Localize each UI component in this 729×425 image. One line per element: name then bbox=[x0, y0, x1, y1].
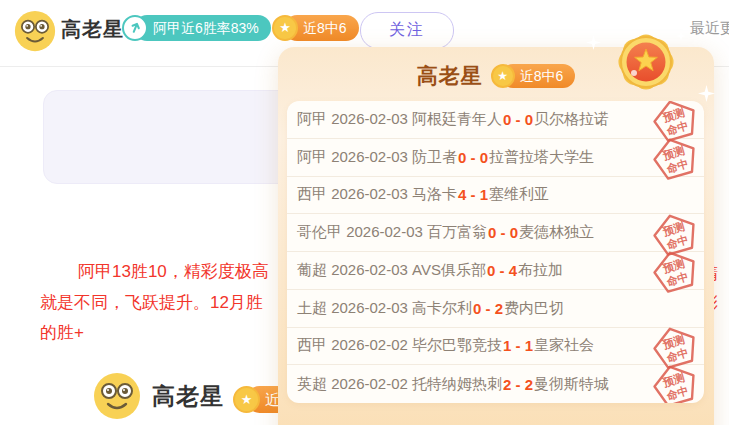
away-team: 曼彻斯特城 bbox=[534, 375, 609, 394]
match-row: 西甲 2026-02-03 马洛卡4 - 1塞维利亚 预测 命中 bbox=[287, 177, 704, 215]
away-team: 费内巴切 bbox=[504, 299, 564, 318]
away-team: 贝尔格拉诺 bbox=[534, 110, 609, 129]
match-row: 阿甲 2026-02-03 阿根廷青年人0 - 0贝尔格拉诺 预测 命中 bbox=[287, 101, 704, 139]
match-row: 哥伦甲 2026-02-03 百万富翁0 - 0麦德林独立 预测 命中 bbox=[287, 214, 704, 252]
username[interactable]: 高老星 bbox=[152, 381, 224, 412]
star-icon: ★ bbox=[233, 386, 260, 413]
recent-update-label: 最近更新 bbox=[690, 19, 729, 38]
away-team: 塞维利亚 bbox=[489, 185, 549, 204]
match-row: 土超 2026-02-03 高卡尔利0 - 2费内巴切 预测 命中 bbox=[287, 290, 704, 328]
match-info: 哥伦甲 2026-02-03 百万富翁 bbox=[297, 223, 487, 242]
star-icon: ★ bbox=[491, 64, 515, 88]
match-info: 葡超 2026-02-03 AVS俱乐部 bbox=[297, 261, 486, 280]
star-icon: ★ bbox=[272, 15, 298, 41]
follow-button[interactable]: 关注 bbox=[360, 12, 454, 49]
match-row: 英超 2026-02-02 托特纳姆热刺2 - 2曼彻斯特城 预测 命中 bbox=[287, 365, 704, 403]
match-score: 2 - 2 bbox=[503, 376, 533, 393]
match-score: 0 - 0 bbox=[503, 111, 533, 128]
streak-badge: ★ 近8中6 bbox=[491, 64, 576, 89]
user-avatar[interactable] bbox=[93, 372, 141, 420]
match-score: 0 - 0 bbox=[488, 224, 518, 241]
match-info: 西甲 2026-02-03 马洛卡 bbox=[297, 185, 457, 204]
match-info: 阿甲 2026-02-03 阿根廷青年人 bbox=[297, 110, 502, 129]
match-info: 英超 2026-02-02 托特纳姆热刺 bbox=[297, 375, 502, 394]
match-score: 1 - 1 bbox=[503, 337, 533, 354]
match-score: 0 - 4 bbox=[487, 262, 517, 279]
medal-icon bbox=[610, 26, 682, 98]
match-row: 葡超 2026-02-03 AVS俱乐部0 - 4布拉加 预测 命中 bbox=[287, 252, 704, 290]
streak-badge: ★ 近8中6 bbox=[272, 14, 359, 41]
win-rate-badge: 阿甲近6胜率83% bbox=[122, 14, 271, 41]
away-team: 拉普拉塔大学生 bbox=[489, 148, 594, 167]
away-team: 麦德林独立 bbox=[519, 223, 594, 242]
up-arrow-icon bbox=[122, 15, 148, 41]
username[interactable]: 高老星 bbox=[61, 16, 124, 43]
match-info: 西甲 2026-02-02 毕尔巴鄂竞技 bbox=[297, 336, 502, 355]
sparkle-icon bbox=[698, 85, 715, 102]
match-score: 0 - 2 bbox=[473, 300, 503, 317]
user-avatar[interactable] bbox=[14, 10, 56, 52]
away-team: 皇家社会 bbox=[534, 336, 594, 355]
away-team: 布拉加 bbox=[518, 261, 563, 280]
win-rate-label: 阿甲近6胜率83% bbox=[134, 15, 271, 41]
popup-username: 高老星 bbox=[417, 62, 483, 90]
sparkle-icon bbox=[586, 35, 601, 50]
prediction-popup: 高老星 ★ 近8中6 阿甲 2026-02-03 阿根廷青年人0 - 0贝尔格拉… bbox=[278, 47, 714, 425]
match-list: 阿甲 2026-02-03 阿根廷青年人0 - 0贝尔格拉诺 预测 命中 阿甲 … bbox=[287, 101, 704, 403]
prediction-hit-stamp: 预测 命中 bbox=[647, 358, 703, 403]
match-score: 4 - 1 bbox=[458, 186, 488, 203]
match-info: 阿甲 2026-02-03 防卫者 bbox=[297, 148, 457, 167]
match-row: 西甲 2026-02-02 毕尔巴鄂竞技1 - 1皇家社会 预测 命中 bbox=[287, 328, 704, 366]
match-info: 土超 2026-02-03 高卡尔利 bbox=[297, 299, 472, 318]
match-score: 0 - 0 bbox=[458, 149, 488, 166]
sparkle-icon bbox=[676, 31, 686, 41]
match-row: 阿甲 2026-02-03 防卫者0 - 0拉普拉塔大学生 预测 命中 bbox=[287, 139, 704, 177]
